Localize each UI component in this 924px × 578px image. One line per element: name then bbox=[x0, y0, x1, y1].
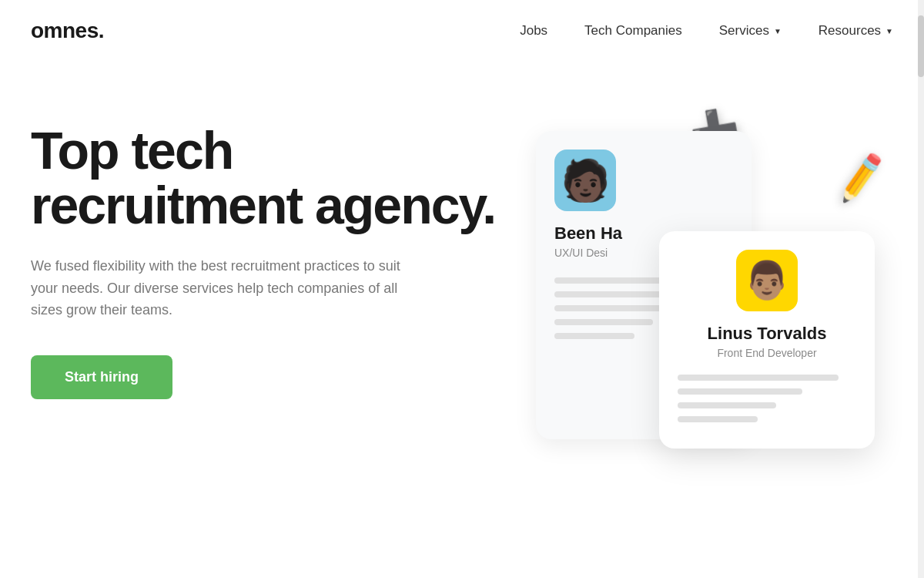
avatar-fg-emoji: 👨🏽 bbox=[744, 262, 790, 299]
logo-text: omnes. bbox=[31, 18, 104, 42]
resources-dropdown-arrow: ▼ bbox=[886, 27, 893, 35]
hero-title: Top tech recruitment agency. bbox=[31, 123, 505, 234]
profile-fg-lines bbox=[678, 375, 856, 430]
profile-card-fg: 👨🏽 Linus Torvalds Front End Developer bbox=[659, 231, 875, 449]
nav-services-label: Services bbox=[719, 23, 769, 39]
hero-title-line1: Top tech bbox=[31, 121, 233, 180]
hero-section: Top tech recruitment agency. We fused fl… bbox=[0, 62, 924, 578]
avatar-been-ha: 🧑🏿 bbox=[554, 150, 616, 211]
nav-item-tech-companies[interactable]: Tech Companies bbox=[584, 23, 682, 39]
fg-line-2 bbox=[678, 388, 802, 395]
logo[interactable]: omnes. bbox=[31, 18, 104, 43]
scrollbar[interactable] bbox=[918, 0, 924, 578]
profile-line-4 bbox=[554, 319, 653, 325]
fg-line-1 bbox=[678, 375, 839, 381]
avatar-linus: 👨🏽 bbox=[736, 250, 798, 311]
nav-link-tech-companies[interactable]: Tech Companies bbox=[584, 23, 682, 38]
nav-resources-label: Resources bbox=[819, 23, 881, 39]
scrollbar-thumb[interactable] bbox=[918, 15, 924, 77]
usb-decoration: ✏️ bbox=[827, 143, 896, 212]
nav-link-resources[interactable]: Resources ▼ bbox=[819, 23, 893, 39]
navbar: omnes. Jobs Tech Companies Services ▼ Re… bbox=[0, 0, 924, 62]
hero-right: ➕ ✏️ 🧑🏿 Been Ha UX/UI Desi 👨🏽 bbox=[505, 108, 893, 493]
services-dropdown-arrow: ▼ bbox=[774, 27, 782, 35]
hero-title-line2: recruitment agency. bbox=[31, 176, 495, 234]
hero-left: Top tech recruitment agency. We fused fl… bbox=[31, 108, 505, 399]
nav-item-resources[interactable]: Resources ▼ bbox=[819, 23, 893, 39]
avatar-bg-emoji: 🧑🏿 bbox=[561, 160, 611, 200]
profile-fg-role: Front End Developer bbox=[717, 347, 816, 359]
nav-link-jobs[interactable]: Jobs bbox=[520, 23, 547, 38]
profile-fg-name: Linus Torvalds bbox=[708, 324, 827, 344]
fg-line-4 bbox=[678, 416, 758, 422]
nav-item-services[interactable]: Services ▼ bbox=[719, 23, 782, 39]
nav-item-jobs[interactable]: Jobs bbox=[520, 23, 547, 39]
profile-bg-name: Been Ha bbox=[554, 223, 622, 244]
start-hiring-button[interactable]: Start hiring bbox=[31, 355, 172, 399]
nav-links: Jobs Tech Companies Services ▼ Resources… bbox=[520, 23, 893, 39]
fg-line-3 bbox=[678, 402, 776, 408]
profile-bg-role: UX/UI Desi bbox=[554, 247, 608, 259]
hero-subtitle: We fused flexibility with the best recru… bbox=[31, 255, 400, 321]
profile-line-5 bbox=[554, 333, 634, 339]
nav-link-services[interactable]: Services ▼ bbox=[719, 23, 782, 39]
